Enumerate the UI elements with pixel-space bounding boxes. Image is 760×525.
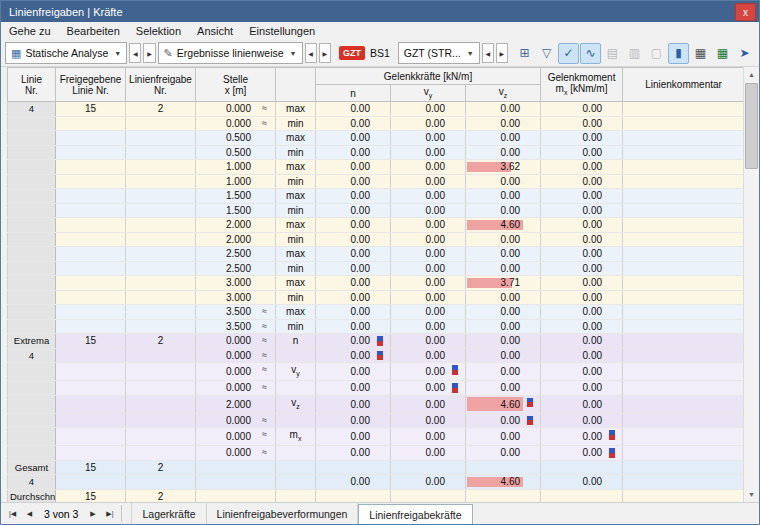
table-row[interactable]: 3.500≈max0.000.000.000.00 <box>8 305 744 320</box>
table-row[interactable]: 3.000max0.000.003.710.00 <box>8 276 744 291</box>
pin-icon[interactable]: ➤ <box>734 43 755 64</box>
result-diagram-icon[interactable]: ∿ <box>580 43 601 64</box>
cell-mx: 0.00 <box>541 247 623 262</box>
cell-vz: 0.00 <box>466 290 541 305</box>
analysis-prev-button[interactable]: ◀ <box>129 43 141 63</box>
copy-table-icon[interactable]: ⊞ <box>514 43 535 64</box>
table-grid-icon[interactable]: ▦ <box>690 43 711 64</box>
table-row[interactable]: 0.500min0.000.000.000.00 <box>8 145 744 160</box>
panel-icon[interactable]: ▮ <box>668 43 689 64</box>
cell-mx: 0.00 <box>541 131 623 146</box>
table-row[interactable]: 0.000≈mx0.000.000.000.00 <box>8 428 744 446</box>
cell-linienfreigabe <box>126 203 196 218</box>
cell-maxmin: max <box>276 276 316 291</box>
cell-n: 0.00 <box>316 232 391 247</box>
table-row[interactable]: 0.000≈0.000.000.000.00 <box>8 446 744 461</box>
cell-section-label: 4 <box>8 348 56 363</box>
cell-section-label <box>8 276 56 291</box>
cell-vz: 0.00 <box>466 203 541 218</box>
table-row[interactable]: 40.000≈0.000.000.000.00 <box>8 348 744 363</box>
cell-freigegebene-linie: 15 <box>56 102 126 117</box>
table-row[interactable]: 1.500min0.000.000.000.00 <box>8 203 744 218</box>
cell-linienkommentar <box>623 232 743 247</box>
cell-stelle <box>196 489 276 502</box>
table-row[interactable]: 0.000≈0.000.000.000.00 <box>8 413 744 428</box>
menu-selektion[interactable]: Selektion <box>128 25 189 37</box>
menu-ansicht[interactable]: Ansicht <box>189 25 241 37</box>
show-values-icon[interactable]: ✓ <box>558 43 579 64</box>
cell-vy: 0.00 <box>391 203 466 218</box>
table-row[interactable]: 0.000≈vy0.000.000.000.00 <box>8 363 744 381</box>
analysis-next-button[interactable]: ▶ <box>143 43 155 63</box>
col-header-gelenkmoment: Gelenkmomentmx [kNm/m] <box>541 68 623 102</box>
cell-mx: 0.00 <box>541 446 623 461</box>
table-row[interactable]: 1.000max0.000.003.620.00 <box>8 160 744 175</box>
results-next-button[interactable]: ▶ <box>319 43 331 63</box>
scroll-thumb[interactable] <box>745 83 758 169</box>
table-row[interactable]: Durchschn.152 <box>8 489 744 502</box>
cell-linienfreigabe <box>126 145 196 160</box>
cell-stelle: 0.000≈ <box>196 413 276 428</box>
menu-bearbeiten[interactable]: Bearbeiten <box>59 25 128 37</box>
cell-n: 0.00 <box>316 131 391 146</box>
scroll-up-icon[interactable]: ▲ <box>744 67 759 82</box>
filter-results-icon[interactable]: ▽ <box>536 43 557 64</box>
cell-mx: 0.00 <box>541 428 623 446</box>
results-table: LinieNr. FreigegebeneLinie Nr. Linienfre… <box>7 67 743 502</box>
cell-section-label <box>8 290 56 305</box>
cell-maxmin: max <box>276 102 316 117</box>
menu-gehe-zu[interactable]: Gehe zu <box>1 25 59 37</box>
menu-einstellungen[interactable]: Einstellungen <box>241 25 323 37</box>
cell-vy: 0.00 <box>391 290 466 305</box>
table-row[interactable]: Gesamt152 <box>8 460 744 475</box>
tab-linienfreigabekraefte[interactable]: Linienfreigabekräfte <box>358 504 472 524</box>
results-prev-button[interactable]: ◀ <box>305 43 317 63</box>
table-row[interactable]: 41520.000≈max0.000.000.000.00 <box>8 102 744 117</box>
table-row[interactable]: 3.000min0.000.000.000.00 <box>8 290 744 305</box>
combination-combo[interactable]: GZT (STR... ▼ <box>398 42 480 64</box>
tab-linienfreigabeverformungen[interactable]: Linienfreigabeverformungen <box>207 503 359 524</box>
table-row[interactable]: 2.500max0.000.000.000.00 <box>8 247 744 262</box>
table-row[interactable]: 40.000.004.600.00 <box>8 475 744 490</box>
cell-freigegebene-linie <box>56 160 126 175</box>
table-row[interactable]: 2.000vz0.000.004.600.00 <box>8 395 744 413</box>
cell-linienkommentar <box>623 276 743 291</box>
table-row[interactable]: 2.500min0.000.000.000.00 <box>8 261 744 276</box>
table-row[interactable]: Extrema1520.000≈n0.000.000.000.00 <box>8 334 744 349</box>
pager-label: 3 von 3 <box>38 508 84 520</box>
table-row[interactable]: 3.500≈min0.000.000.000.00 <box>8 319 744 334</box>
next-table-button[interactable]: ▶ <box>84 505 101 522</box>
chevron-down-icon: ▼ <box>114 50 121 57</box>
excel-export-icon[interactable]: ▦ <box>712 43 733 64</box>
table-row[interactable]: 1.500max0.000.000.000.00 <box>8 189 744 204</box>
combination-next-button[interactable]: ▶ <box>496 43 508 63</box>
cell-stelle: 2.500 <box>196 261 276 276</box>
scroll-down-icon[interactable]: ▼ <box>744 487 759 502</box>
table-row[interactable]: 0.000≈min0.000.000.000.00 <box>8 116 744 131</box>
vertical-scrollbar[interactable]: ▲ ▼ <box>743 67 759 502</box>
cell-mx: 0.00 <box>541 334 623 349</box>
cell-vz: 0.00 <box>466 174 541 189</box>
table-row[interactable]: 0.000≈0.000.000.000.00 <box>8 381 744 396</box>
cell-linienkommentar <box>623 290 743 305</box>
results-mode-combo[interactable]: ✎ Ergebnisse linienweise ▼ <box>158 42 303 64</box>
cell-maxmin: vy <box>276 363 316 381</box>
cell-vz: 0.00 <box>466 413 541 428</box>
analysis-type-combo[interactable]: ▦ Statische Analyse ▼ <box>5 42 127 64</box>
col-header-freigegebene: FreigegebeneLinie Nr. <box>56 68 126 102</box>
cell-vy: 0.00 <box>391 334 466 349</box>
table-row[interactable]: 2.000max0.000.004.600.00 <box>8 218 744 233</box>
cell-freigegebene-linie <box>56 116 126 131</box>
table-row[interactable]: 0.500max0.000.000.000.00 <box>8 131 744 146</box>
table-row[interactable]: 2.000min0.000.000.000.00 <box>8 232 744 247</box>
cell-mx: 0.00 <box>541 290 623 305</box>
first-table-button[interactable]: |◀ <box>4 505 21 522</box>
tab-lagerkraefte[interactable]: Lagerkräfte <box>131 503 206 524</box>
table-row[interactable]: 1.000min0.000.000.000.00 <box>8 174 744 189</box>
cell-section-label: Extrema <box>8 334 56 349</box>
prev-table-button[interactable]: ◀ <box>21 505 38 522</box>
combination-prev-button[interactable]: ◀ <box>482 43 494 63</box>
close-button[interactable]: x <box>735 3 756 21</box>
title-bar: Linienfreigaben | Kräfte x <box>1 1 759 22</box>
last-table-button[interactable]: ▶| <box>101 505 118 522</box>
